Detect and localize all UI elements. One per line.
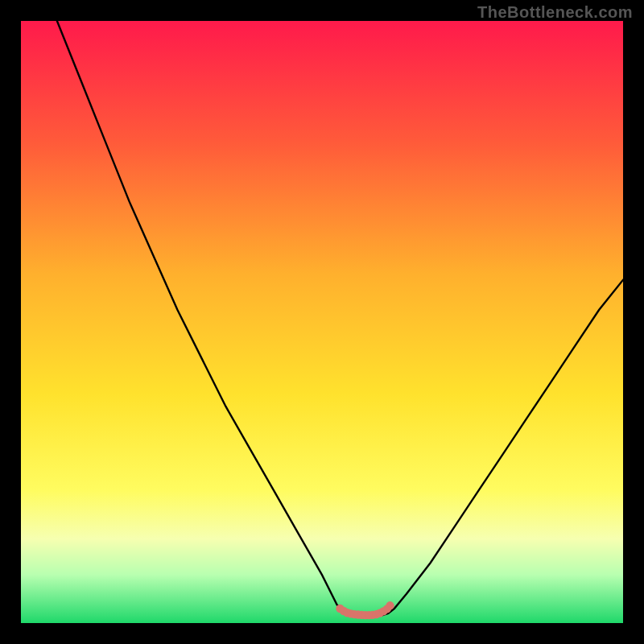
plot-svg <box>21 21 623 623</box>
optimal-region-markers <box>336 601 394 619</box>
marker-dot <box>386 601 394 609</box>
chart-frame: TheBottleneck.com <box>0 0 644 644</box>
plot-area <box>21 21 623 623</box>
watermark-text: TheBottleneck.com <box>477 3 633 22</box>
bottleneck-curve <box>21 21 623 615</box>
